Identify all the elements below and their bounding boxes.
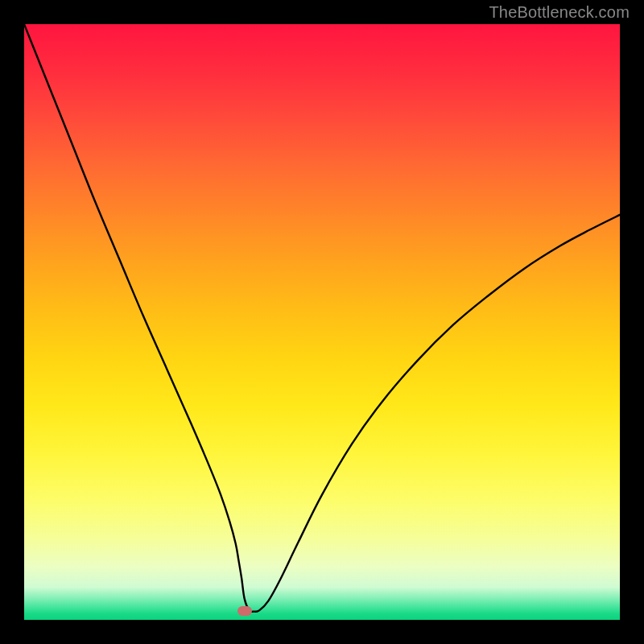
curve-svg [24, 24, 620, 620]
plot-frame [24, 24, 620, 620]
min-marker [237, 606, 252, 616]
curve-path [24, 24, 620, 612]
watermark-text: TheBottleneck.com [489, 3, 630, 22]
